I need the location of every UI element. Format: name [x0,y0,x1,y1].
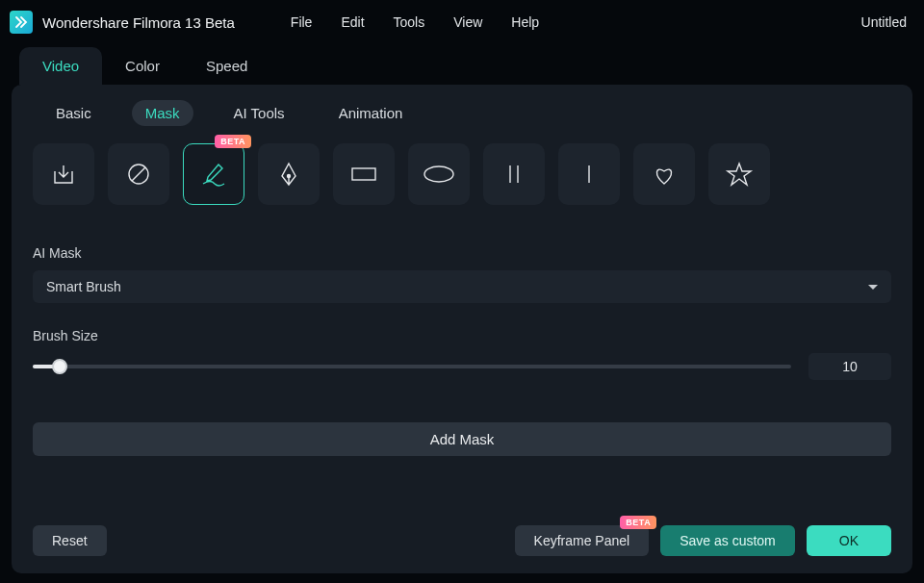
add-mask-button[interactable]: Add Mask [33,422,891,456]
app-logo-icon [10,11,33,34]
menu-items: File Edit Tools View Help [291,14,539,30]
beta-badge: BETA [620,516,656,529]
beta-badge: BETA [215,135,251,148]
menu-tools[interactable]: Tools [394,14,425,30]
svg-point-4 [424,166,453,182]
tab-speed[interactable]: Speed [183,47,270,85]
svg-point-2 [288,175,291,178]
mask-double-line-button[interactable] [483,143,545,205]
tab-video[interactable]: Video [19,47,102,85]
mask-star-button[interactable] [708,143,770,205]
svg-line-1 [132,167,145,181]
bottom-row: Reset BETA Keyframe Panel Save as custom… [33,525,891,556]
heart-icon [649,160,680,189]
app-title: Wondershare Filmora 13 Beta [42,14,235,31]
subtab-basic[interactable]: Basic [42,100,105,126]
star-icon [724,160,755,189]
mask-single-line-button[interactable] [558,143,620,205]
single-line-icon [575,160,603,189]
tab-color[interactable]: Color [102,47,183,85]
keyframe-panel-button[interactable]: BETA Keyframe Panel [515,525,650,556]
brush-size-slider[interactable] [33,365,791,368]
menu-edit[interactable]: Edit [341,14,364,30]
svg-rect-3 [352,168,375,180]
brush-size-row: 10 [33,353,891,380]
chevron-down-icon [868,285,878,290]
subtab-ai-tools[interactable]: AI Tools [220,100,298,126]
ai-mask-label: AI Mask [33,245,891,261]
mask-pen-button[interactable] [258,143,320,205]
ellipse-icon [421,160,457,189]
subtab-animation[interactable]: Animation [325,100,417,126]
keyframe-panel-label: Keyframe Panel [534,533,630,548]
brush-size-label: Brush Size [33,328,891,343]
none-icon [124,160,153,189]
save-as-custom-button[interactable]: Save as custom [660,525,795,556]
menu-file[interactable]: File [291,14,313,30]
menubar: Wondershare Filmora 13 Beta File Edit To… [0,0,924,44]
mask-rectangle-button[interactable] [333,143,395,205]
mask-brush-button[interactable]: BETA [183,143,244,205]
mask-none-button[interactable] [108,143,169,205]
mask-ellipse-button[interactable] [408,143,470,205]
reset-button[interactable]: Reset [33,525,107,556]
mask-heart-button[interactable] [633,143,695,205]
brush-size-value[interactable]: 10 [808,353,891,380]
mask-shape-row: BETA [33,143,891,205]
rectangle-icon [347,160,380,189]
subtab-mask[interactable]: Mask [132,100,193,126]
document-title: Untitled [861,14,907,30]
double-line-icon [500,160,528,189]
import-icon [49,160,78,189]
sub-tabs: Basic Mask AI Tools Animation [33,100,891,126]
menu-help[interactable]: Help [511,14,539,30]
brush-icon [197,158,230,190]
pen-icon [274,160,303,189]
ok-button[interactable]: OK [807,525,891,556]
menu-view[interactable]: View [453,14,482,30]
ai-mask-select[interactable]: Smart Brush [33,270,891,303]
video-panel: Basic Mask AI Tools Animation BETA [12,85,912,573]
mask-import-button[interactable] [33,143,94,205]
slider-thumb[interactable] [52,359,67,374]
top-tabs: Video Color Speed [0,44,924,85]
ai-mask-value: Smart Brush [46,279,121,294]
